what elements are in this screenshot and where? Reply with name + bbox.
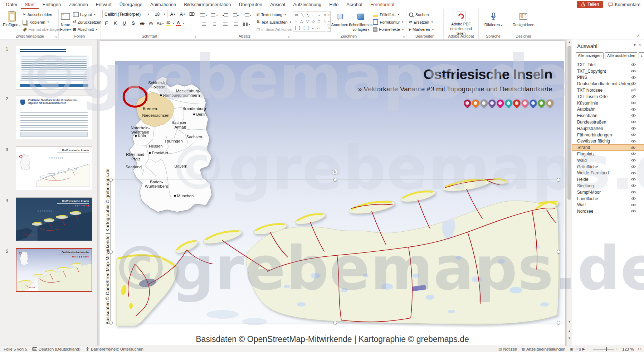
dialog-launcher-icon[interactable]: ↘: [287, 35, 290, 38]
layer-row[interactable]: PINS: [572, 74, 644, 81]
eye-slash-icon[interactable]: [631, 95, 636, 100]
move-layer-up-button[interactable]: ▲: [639, 52, 644, 59]
decrease-indent-button[interactable]: ◂: [221, 11, 229, 19]
find-button[interactable]: Suchen: [408, 11, 435, 18]
vertical-scrollbar[interactable]: ▲ ▼ ▲ ▼: [566, 39, 572, 346]
slide-thumbnail-2[interactable]: Praktische ShortCuts für das Verwalten v…: [16, 96, 92, 139]
map-pin[interactable]: [520, 98, 530, 108]
zoom-level[interactable]: 123 %: [622, 347, 634, 351]
zoom-in-icon[interactable]: +: [616, 347, 618, 351]
map-pin[interactable]: [487, 98, 497, 108]
layer-row[interactable]: Strand: [572, 144, 644, 151]
justify-button[interactable]: [232, 21, 240, 28]
layer-row[interactable]: Siedlung: [572, 183, 644, 189]
layer-row[interactable]: Wald: [572, 157, 644, 164]
slide-thumbnail-3[interactable]: Ostfriesische Inseln NORDSEE: [16, 146, 92, 190]
section-button[interactable]: ⊟Abschnitt▾: [72, 26, 102, 33]
replace-button[interactable]: ⇄Ersetzen▾: [408, 19, 435, 26]
layer-row[interactable]: Autobahn: [572, 106, 644, 113]
map-pin[interactable]: [528, 98, 538, 108]
zoom-slider[interactable]: [593, 349, 614, 349]
dictate-button[interactable]: Diktieren▾: [481, 10, 506, 33]
eye-icon[interactable]: [631, 133, 636, 138]
tab-bildschirmpräsentation[interactable]: Bildschirmpräsentation: [180, 0, 235, 9]
eye-icon[interactable]: [631, 165, 636, 170]
line-spacing-button[interactable]: ↕▾: [243, 11, 252, 19]
slide-sorter-view-icon[interactable]: ⊞: [575, 347, 577, 351]
design-ideas-button[interactable]: Designideen: [510, 10, 537, 33]
layer-row[interactable]: Bundesstraßen: [572, 119, 644, 125]
layer-row[interactable]: Heide: [572, 176, 644, 183]
columns-button[interactable]: ▾: [243, 21, 251, 28]
select-button[interactable]: Markieren▾: [408, 26, 435, 33]
font-size-combo[interactable]: 18▾: [153, 10, 167, 18]
scroll-up-icon[interactable]: ▲: [567, 40, 572, 44]
layer-row[interactable]: Landfläche: [572, 196, 644, 202]
layer-row[interactable]: Watt: [572, 202, 644, 208]
fit-to-window-icon[interactable]: ⊡: [638, 347, 641, 351]
normal-view-icon[interactable]: ▣: [570, 347, 573, 351]
eye-icon[interactable]: [631, 101, 636, 106]
slide-title[interactable]: Ostfriesische Inseln: [423, 67, 552, 82]
layer-row[interactable]: Nordsee: [572, 208, 644, 214]
dialog-launcher-icon[interactable]: ↘: [402, 35, 405, 38]
tab-zeichnen[interactable]: Zeichnen: [65, 0, 92, 9]
reset-button[interactable]: ↺Zurücksetzen: [72, 19, 102, 26]
shape-outline-button[interactable]: Formkontur▾: [372, 19, 405, 26]
tab-start[interactable]: Start: [21, 0, 38, 9]
map-pin[interactable]: [512, 98, 522, 108]
strikethrough-button[interactable]: ab: [138, 20, 146, 27]
format-painter-button[interactable]: Format übertragen: [21, 26, 62, 33]
pane-options-icon[interactable]: ▾: [634, 42, 636, 47]
language-button[interactable]: Deutsch (Deutschland): [32, 347, 80, 351]
map-pin[interactable]: [462, 98, 472, 108]
tab-hilfe[interactable]: Hilfe: [325, 0, 342, 9]
eye-icon[interactable]: [631, 158, 636, 163]
layer-row[interactable]: Sumpf-Moor: [572, 189, 644, 196]
hide-all-button[interactable]: Alle ausblenden: [605, 52, 637, 59]
tab-übergänge[interactable]: Übergänge: [116, 0, 146, 9]
zoom-slider-thumb[interactable]: [606, 347, 607, 351]
eye-icon[interactable]: [631, 69, 636, 74]
shape-gallery-scroll[interactable]: ▲▼▼: [327, 11, 331, 32]
copyright-vertical[interactable]: Basisdaten © OpenStreetMap-Mitwirkende |…: [105, 169, 110, 324]
tab-animationen[interactable]: Animationen: [146, 0, 180, 9]
change-case-button[interactable]: Aa▾: [156, 20, 164, 27]
eye-icon[interactable]: [631, 82, 636, 87]
bullets-button[interactable]: ▾: [200, 11, 208, 19]
scrollbar-thumb[interactable]: [567, 46, 571, 200]
map-pin[interactable]: [536, 98, 546, 108]
layer-row[interactable]: Deutschlandkarte mit Unterg…: [572, 81, 644, 87]
close-icon[interactable]: ×: [639, 42, 641, 47]
tab-aufzeichnung[interactable]: Aufzeichnung: [289, 0, 326, 9]
arrange-button[interactable]: Anordnen▾: [332, 10, 350, 33]
map-pin[interactable]: [545, 98, 555, 108]
eye-icon[interactable]: [631, 120, 636, 125]
rotate-handle[interactable]: ↻: [332, 169, 338, 175]
align-center-button[interactable]: [210, 21, 219, 28]
map-pin[interactable]: [495, 98, 505, 108]
tab-überprüfen[interactable]: Überprüfen: [235, 0, 266, 9]
eye-icon[interactable]: [631, 184, 636, 189]
eye-icon[interactable]: [631, 107, 636, 112]
layer-row[interactable]: Fährverbindungen: [572, 132, 644, 138]
bold-button[interactable]: F: [102, 20, 111, 27]
align-left-button[interactable]: [200, 21, 208, 28]
scroll-down-icon[interactable]: ▼: [567, 320, 572, 323]
show-all-button[interactable]: Alle anzeigen: [576, 52, 604, 59]
pins-row[interactable]: [464, 100, 553, 107]
collapse-ribbon-icon[interactable]: ∧: [637, 33, 640, 38]
map-pin[interactable]: [470, 98, 480, 108]
align-right-button[interactable]: [221, 21, 229, 28]
underline-button[interactable]: U: [120, 20, 128, 27]
font-color-button[interactable]: A: [175, 21, 182, 26]
slide-thumbnail-1[interactable]: [16, 46, 92, 90]
eye-icon[interactable]: [630, 146, 636, 151]
layer-row[interactable]: TXT_Copyright: [572, 68, 644, 74]
comments-button[interactable]: Kommentare: [608, 2, 640, 7]
tab-einfügen[interactable]: Einfügen: [39, 0, 65, 9]
layer-row[interactable]: Weide-Farmland: [572, 170, 644, 177]
layer-row[interactable]: TXT_Titel: [572, 62, 644, 68]
slide-canvas[interactable]: Schleswig-HolsteinMecklenburg-Vorpommern…: [99, 41, 565, 346]
eye-icon[interactable]: [631, 114, 636, 119]
